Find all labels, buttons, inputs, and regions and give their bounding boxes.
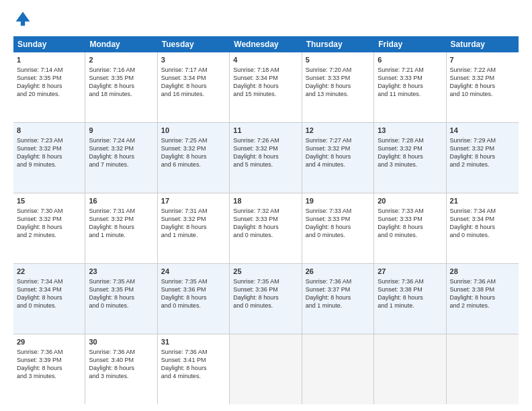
info-line: Sunrise: 7:33 AM	[378, 207, 442, 215]
info-line: Sunset: 3:32 PM	[233, 144, 298, 152]
logo-icon	[15, 11, 31, 27]
info-line: Sunset: 3:37 PM	[306, 285, 370, 293]
info-line: Daylight: 8 hours	[89, 223, 153, 231]
info-line: Sunrise: 7:31 AM	[161, 207, 226, 215]
info-line: Daylight: 8 hours	[161, 152, 226, 161]
info-line: Daylight: 8 hours	[306, 152, 370, 161]
day-number: 10	[161, 126, 226, 136]
day-cell-16: 16Sunrise: 7:31 AMSunset: 3:32 PMDayligh…	[85, 193, 157, 263]
info-line: Sunrise: 7:36 AM	[450, 277, 515, 285]
info-line: Sunrise: 7:23 AM	[17, 136, 81, 144]
info-line: Sunrise: 7:16 AM	[89, 66, 153, 74]
info-line: Daylight: 8 hours	[450, 223, 515, 231]
info-line: and 3 minutes.	[17, 372, 81, 380]
info-line: Sunrise: 7:18 AM	[233, 66, 298, 74]
day-number: 28	[450, 267, 515, 277]
day-number: 4	[233, 55, 298, 65]
weekday-header-wednesday: Wednesday	[230, 36, 302, 52]
day-cell-22: 22Sunrise: 7:34 AMSunset: 3:34 PMDayligh…	[13, 264, 85, 334]
info-line: and 0 minutes.	[233, 231, 298, 239]
info-line: Sunrise: 7:35 AM	[89, 277, 153, 285]
info-line: and 7 minutes.	[89, 161, 153, 169]
info-line: Daylight: 8 hours	[89, 293, 153, 302]
info-line: Sunset: 3:34 PM	[450, 215, 515, 223]
info-line: Daylight: 8 hours	[378, 293, 442, 302]
info-line: and 9 minutes.	[17, 161, 81, 169]
day-cell-21: 21Sunrise: 7:34 AMSunset: 3:34 PMDayligh…	[447, 193, 519, 263]
info-line: Sunrise: 7:31 AM	[89, 207, 153, 215]
info-line: Sunrise: 7:34 AM	[450, 207, 515, 215]
info-line: Daylight: 8 hours	[306, 293, 370, 302]
info-line: Sunrise: 7:35 AM	[233, 277, 298, 285]
info-line: Sunrise: 7:14 AM	[17, 66, 81, 74]
info-line: Daylight: 8 hours	[17, 364, 81, 372]
info-line: Sunset: 3:32 PM	[378, 144, 442, 152]
day-cell-31: 31Sunrise: 7:36 AMSunset: 3:41 PMDayligh…	[158, 334, 230, 404]
info-line: and 1 minute.	[306, 302, 370, 310]
calendar-row-5: 29Sunrise: 7:36 AMSunset: 3:39 PMDayligh…	[13, 334, 519, 404]
day-number: 12	[306, 126, 370, 136]
info-line: Daylight: 8 hours	[17, 223, 81, 231]
empty-cell	[230, 334, 302, 404]
info-line: Daylight: 8 hours	[233, 223, 298, 231]
day-cell-26: 26Sunrise: 7:36 AMSunset: 3:37 PMDayligh…	[302, 264, 374, 334]
info-line: Daylight: 8 hours	[233, 82, 298, 90]
day-cell-13: 13Sunrise: 7:28 AMSunset: 3:32 PMDayligh…	[374, 123, 446, 193]
day-cell-24: 24Sunrise: 7:35 AMSunset: 3:36 PMDayligh…	[158, 264, 230, 334]
info-line: Daylight: 8 hours	[161, 364, 226, 372]
day-number: 13	[378, 126, 442, 136]
day-number: 2	[89, 55, 153, 65]
info-line: Daylight: 8 hours	[161, 293, 226, 302]
info-line: and 2 minutes.	[17, 231, 81, 239]
info-line: Sunset: 3:32 PM	[161, 215, 226, 223]
info-line: and 0 minutes.	[378, 231, 442, 239]
info-line: Daylight: 8 hours	[89, 364, 153, 372]
info-line: Sunrise: 7:32 AM	[233, 207, 298, 215]
info-line: Sunrise: 7:27 AM	[306, 136, 370, 144]
day-number: 22	[17, 267, 81, 277]
info-line: Sunrise: 7:26 AM	[233, 136, 298, 144]
day-number: 3	[161, 55, 226, 65]
day-cell-29: 29Sunrise: 7:36 AMSunset: 3:39 PMDayligh…	[13, 334, 85, 404]
day-number: 5	[306, 55, 370, 65]
weekday-header-thursday: Thursday	[302, 36, 374, 52]
info-line: Sunset: 3:32 PM	[17, 144, 81, 152]
calendar-row-2: 8Sunrise: 7:23 AMSunset: 3:32 PMDaylight…	[13, 123, 519, 193]
weekday-header-monday: Monday	[85, 36, 157, 52]
day-number: 7	[450, 55, 515, 65]
weekday-header-tuesday: Tuesday	[158, 36, 230, 52]
day-number: 29	[17, 337, 81, 347]
day-number: 31	[161, 337, 226, 347]
info-line: Sunset: 3:33 PM	[233, 215, 298, 223]
info-line: and 16 minutes.	[161, 90, 226, 98]
info-line: Daylight: 8 hours	[306, 82, 370, 90]
svg-rect-1	[21, 20, 25, 26]
info-line: Sunset: 3:39 PM	[17, 356, 81, 364]
info-line: Sunrise: 7:25 AM	[161, 136, 226, 144]
info-line: Sunset: 3:36 PM	[161, 285, 226, 293]
info-line: Sunset: 3:32 PM	[306, 144, 370, 152]
info-line: and 1 minute.	[161, 231, 226, 239]
day-cell-25: 25Sunrise: 7:35 AMSunset: 3:36 PMDayligh…	[230, 264, 302, 334]
info-line: Sunset: 3:32 PM	[89, 215, 153, 223]
info-line: Sunset: 3:38 PM	[450, 285, 515, 293]
info-line: and 11 minutes.	[378, 90, 442, 98]
page: SundayMondayTuesdayWednesdayThursdayFrid…	[0, 0, 532, 411]
info-line: Sunset: 3:38 PM	[378, 285, 442, 293]
day-cell-28: 28Sunrise: 7:36 AMSunset: 3:38 PMDayligh…	[447, 264, 519, 334]
info-line: Sunset: 3:35 PM	[89, 285, 153, 293]
calendar-body: 1Sunrise: 7:14 AMSunset: 3:35 PMDaylight…	[13, 52, 519, 404]
info-line: Sunset: 3:41 PM	[161, 356, 226, 364]
info-line: Sunrise: 7:35 AM	[161, 277, 226, 285]
empty-cell	[374, 334, 446, 404]
info-line: Sunrise: 7:29 AM	[450, 136, 515, 144]
info-line: Daylight: 8 hours	[450, 152, 515, 161]
info-line: Daylight: 8 hours	[17, 293, 81, 302]
info-line: and 5 minutes.	[233, 161, 298, 169]
info-line: Sunset: 3:32 PM	[450, 144, 515, 152]
info-line: and 1 minute.	[378, 302, 442, 310]
day-cell-27: 27Sunrise: 7:36 AMSunset: 3:38 PMDayligh…	[374, 264, 446, 334]
day-cell-3: 3Sunrise: 7:17 AMSunset: 3:34 PMDaylight…	[158, 52, 230, 122]
day-cell-2: 2Sunrise: 7:16 AMSunset: 3:35 PMDaylight…	[85, 52, 157, 122]
info-line: and 13 minutes.	[306, 90, 370, 98]
